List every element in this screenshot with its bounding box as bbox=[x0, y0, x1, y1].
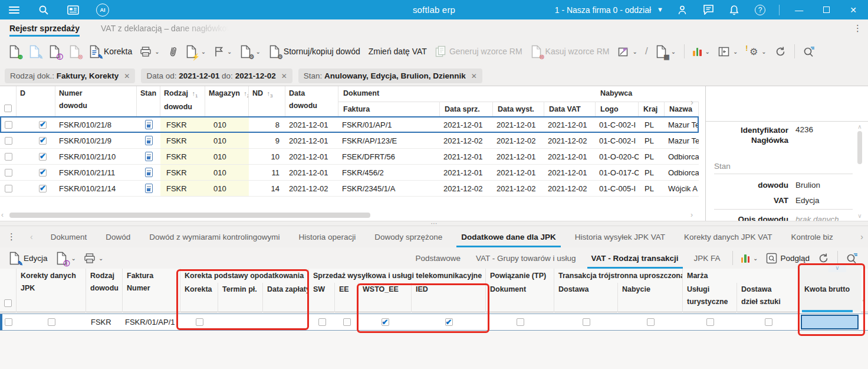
cell-faktura[interactable]: FSEK/DFRT/56 bbox=[338, 149, 440, 164]
cell-data[interactable]: 2021-12-01 bbox=[285, 117, 338, 132]
close-button[interactable]: ✕ bbox=[846, 5, 861, 15]
refresh-button[interactable] bbox=[771, 44, 790, 59]
cell-rodzaj[interactable]: FSKR bbox=[160, 133, 205, 148]
cell-nazwa[interactable]: Wójcik A bbox=[665, 181, 699, 196]
cell-nazwa[interactable]: Mazur Te bbox=[665, 117, 699, 132]
checkbox-unchecked[interactable] bbox=[765, 318, 772, 326]
cell-select[interactable] bbox=[0, 149, 17, 164]
print-button[interactable]: ⌄ bbox=[136, 45, 163, 58]
checkbox-unchecked[interactable] bbox=[5, 169, 12, 177]
cell-dokument[interactable] bbox=[486, 314, 554, 330]
checkbox-unchecked[interactable] bbox=[318, 318, 326, 326]
detail-tab-dowody-sprz-one[interactable]: Dowody sprzężone bbox=[365, 226, 452, 247]
checkbox-unchecked[interactable] bbox=[517, 318, 524, 326]
cell-magazyn[interactable]: 010 bbox=[205, 181, 249, 196]
search-icon[interactable] bbox=[37, 3, 51, 17]
cell-d[interactable]: ✔ bbox=[17, 165, 55, 180]
cell-nd[interactable]: 8 bbox=[249, 117, 285, 132]
quick-action-button[interactable]: ⚡⌄ bbox=[182, 43, 210, 60]
column-header-sw[interactable]: SW bbox=[309, 283, 335, 312]
detail-tab-historia-wysy-ek-jpk-vat[interactable]: Historia wysyłek JPK VAT bbox=[565, 226, 675, 247]
checkbox-checked[interactable]: ✔ bbox=[39, 185, 47, 192]
cell-nd[interactable]: 14 bbox=[249, 181, 285, 196]
chat-icon[interactable] bbox=[701, 3, 715, 17]
column-header-korekta[interactable]: Korekta bbox=[180, 283, 218, 312]
column-header-wsto[interactable]: WSTO_EE bbox=[359, 283, 412, 312]
filter-search-button[interactable] bbox=[842, 251, 862, 266]
calculator-doc-button[interactable]: ▦⌄ bbox=[652, 43, 680, 60]
scrollbar-thumb[interactable] bbox=[857, 131, 862, 164]
cell-nazwa[interactable]: Mazur Te bbox=[665, 133, 699, 148]
cell-rodzaj[interactable]: FSKR bbox=[160, 165, 205, 180]
cell-stan[interactable] bbox=[137, 165, 160, 180]
tab-rejestr-sprzedazy[interactable]: Rejestr sprzedaży bbox=[9, 19, 80, 37]
column-header-rodzaj[interactable]: Rodzajdowodu bbox=[86, 269, 123, 312]
cell-wsto[interactable]: ✔ bbox=[359, 314, 412, 330]
detail-tab-dow-d[interactable]: Dowód bbox=[96, 226, 140, 247]
edycja-button[interactable]: ✎Edycja bbox=[5, 250, 52, 267]
cell-data[interactable]: 2021-12-01 bbox=[285, 149, 338, 164]
settings-warning-button[interactable]: ⚙!⌄ bbox=[742, 44, 770, 59]
cell-data[interactable]: 2021-12-02 bbox=[285, 181, 338, 196]
hamburger-menu-icon[interactable] bbox=[7, 3, 21, 17]
cell-rodzaj[interactable]: FSKR bbox=[160, 149, 205, 164]
cell-korekta[interactable] bbox=[180, 314, 218, 330]
delete-document-button[interactable]: ⊗ bbox=[65, 43, 85, 60]
checkbox-unchecked[interactable] bbox=[196, 318, 203, 326]
cell-zaplata[interactable] bbox=[263, 314, 309, 330]
chevron-right-icon[interactable]: › bbox=[691, 97, 698, 107]
panel-layout-button[interactable]: ⌄ bbox=[714, 45, 742, 58]
column-header-kwota-brutto[interactable]: Kwota brutto bbox=[800, 269, 861, 312]
subtab-jpk-fa[interactable]: JPK FA bbox=[686, 247, 728, 269]
cell-nd[interactable]: 10 bbox=[249, 149, 285, 164]
table-row[interactable]: ✔FSKR/010/21/11FSKR010112021-12-01FSKR/4… bbox=[0, 165, 699, 181]
cell-logo[interactable]: 01-O-017-C bbox=[596, 165, 639, 180]
cell-d[interactable]: ✔ bbox=[17, 149, 55, 164]
add-document-button[interactable]: ⊕ bbox=[5, 43, 25, 60]
checkbox-unchecked[interactable] bbox=[4, 105, 12, 112]
column-header-numer[interactable]: FakturaNumer bbox=[123, 269, 180, 312]
cell-uslugi[interactable] bbox=[683, 314, 737, 330]
cell-magazyn[interactable]: 010 bbox=[205, 165, 249, 180]
close-icon[interactable]: ✕ bbox=[124, 72, 130, 80]
cell-nazwa[interactable]: Odbiorca bbox=[665, 149, 699, 164]
column-header-sprz[interactable]: Data sprz. bbox=[440, 102, 493, 117]
news-icon[interactable] bbox=[66, 3, 80, 17]
cell-faktura[interactable]: FSKR/2345/1/A bbox=[338, 181, 440, 196]
checkbox-unchecked[interactable] bbox=[48, 318, 55, 326]
filter-chip-data[interactable]: Data od: 2021-12-01 do: 2021-12-02 ✕ bbox=[141, 68, 292, 83]
cell-faktura[interactable]: FSKR/01/AP/1 bbox=[338, 117, 440, 132]
cell-numer[interactable]: FSKR/010/21/14 bbox=[55, 181, 137, 196]
cell-stan[interactable] bbox=[137, 149, 160, 164]
document-info-button[interactable]: ⓘ bbox=[45, 43, 65, 60]
scroll-right-icon[interactable]: › bbox=[691, 211, 696, 219]
stornuj-kopiuj-button[interactable]: ⚙Stornuj/kopiuj dowód bbox=[265, 43, 364, 60]
cell-termin[interactable] bbox=[218, 314, 263, 330]
detail-tab-dow-d-z-wymiarami-kontrolingowymi[interactable]: Dowód z wymiarami kontrolingowymi bbox=[140, 226, 289, 247]
cell-nd[interactable]: 9 bbox=[249, 133, 285, 148]
column-header-sel[interactable] bbox=[0, 269, 17, 312]
cell-numer[interactable]: FSKR/010/21/9 bbox=[55, 133, 137, 148]
checkbox-unchecked[interactable] bbox=[5, 121, 12, 129]
cell-kraj[interactable]: PL bbox=[639, 117, 665, 132]
cell-logo[interactable]: 01-O-020-C bbox=[596, 149, 639, 164]
cell-vat[interactable]: 2021-12-02 bbox=[544, 181, 596, 196]
checkbox-unchecked[interactable] bbox=[706, 318, 714, 326]
cell-vat[interactable]: 2021-12-01 bbox=[544, 117, 596, 132]
tab-vat-z-deklaracja[interactable]: VAT z deklaracją – dane nagłówkowe bbox=[101, 19, 237, 37]
close-icon[interactable]: ✕ bbox=[471, 72, 477, 80]
chevron-down-icon[interactable]: ∨ bbox=[828, 264, 846, 272]
cell-d[interactable]: ✔ bbox=[17, 117, 55, 132]
scroll-up-icon[interactable]: ∧ bbox=[856, 123, 863, 130]
cell-kraj[interactable]: PL bbox=[639, 133, 665, 148]
cell-faktura[interactable]: FSKR/456/2 bbox=[338, 165, 440, 180]
checkbox-unchecked[interactable] bbox=[5, 318, 12, 326]
user-icon[interactable] bbox=[675, 3, 689, 17]
cell-data[interactable]: 2021-12-01 bbox=[285, 133, 338, 148]
cell-sel[interactable] bbox=[0, 314, 17, 330]
column-header-magazyn[interactable]: Magazyn ↑2 bbox=[205, 86, 249, 117]
horizontal-scrollbar[interactable]: ‹› bbox=[0, 211, 699, 220]
column-header-vat[interactable]: Data VAT bbox=[544, 102, 596, 117]
cell-sprz[interactable]: 2021-12-02 bbox=[440, 181, 493, 196]
more-options-icon[interactable]: ⋮ bbox=[0, 231, 22, 242]
